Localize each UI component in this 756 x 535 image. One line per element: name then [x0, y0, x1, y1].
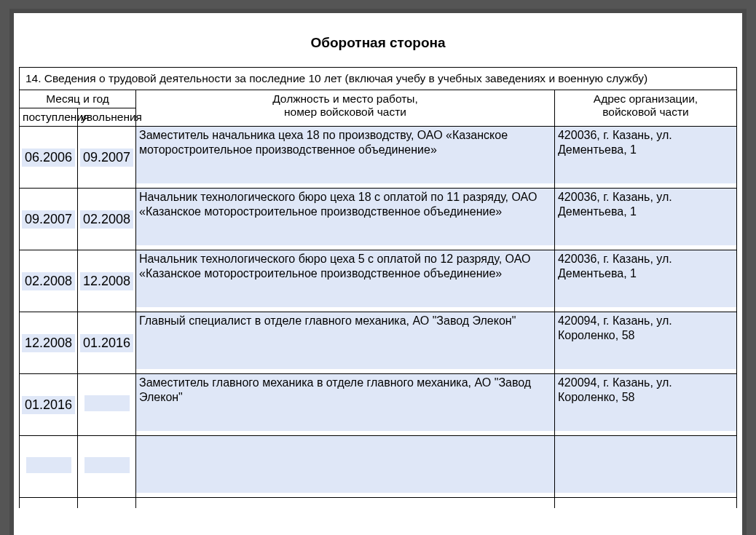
position-input[interactable]: Главный специалист в отделе главного мех… [136, 312, 554, 369]
end-date-cell: 09.2007 [78, 127, 136, 189]
end-date-cell: 12.2008 [78, 250, 136, 312]
end-date-cell [78, 498, 136, 508]
end-date-input[interactable]: 12.2008 [80, 272, 133, 290]
position-input[interactable]: Заместитель начальника цеха 18 по произв… [136, 127, 554, 183]
address-input[interactable]: 420036, г. Казань, ул. Дементьева, 1 [555, 250, 736, 307]
page-title: Оборотная сторона [19, 35, 737, 51]
address-cell [554, 436, 736, 498]
address-input[interactable]: 420094, г. Казань, ул. Короленко, 58 [555, 374, 736, 431]
position-input[interactable]: Заместитель главного механика в отделе г… [136, 374, 554, 431]
end-date-cell: 02.2008 [78, 189, 136, 250]
col-address: Адрес организации, войсковой части [554, 90, 736, 127]
position-cell: Заместитель главного механика в отделе г… [136, 374, 555, 436]
table-row: 06.2006 09.2007 Заместитель начальника ц… [20, 127, 737, 189]
end-date-input[interactable] [84, 395, 130, 411]
start-date-input[interactable]: 12.2008 [22, 334, 75, 352]
address-cell [554, 498, 736, 508]
position-cell: Главный специалист в отделе главного мех… [136, 312, 555, 374]
start-date-cell [20, 498, 78, 508]
start-date-cell: 06.2006 [20, 127, 78, 189]
start-date-cell: 02.2008 [20, 250, 78, 312]
address-cell: 420094, г. Казань, ул. Короленко, 58 [554, 374, 736, 436]
address-input[interactable] [555, 436, 736, 493]
position-input[interactable]: Начальник технологического бюро цеха 18 … [136, 189, 554, 245]
header-row-14: 14. Сведения о трудовой деятельности за … [20, 68, 737, 90]
addr-unit-label: войсковой части [558, 106, 733, 119]
col-position: Должность и место работы, номер войсково… [136, 90, 555, 127]
section-14-header: 14. Сведения о трудовой деятельности за … [20, 68, 737, 90]
start-date-input[interactable]: 09.2007 [22, 210, 75, 229]
start-date-input[interactable]: 01.2016 [22, 396, 75, 414]
position-input[interactable]: Начальник технологического бюро цеха 5 с… [136, 250, 554, 307]
start-date-input[interactable]: 02.2008 [22, 272, 75, 290]
header-row-1: Месяц и год Должность и место работы, но… [20, 90, 737, 108]
start-date-cell: 12.2008 [20, 312, 78, 374]
table-row: 01.2016 Заместитель главного механика в … [20, 374, 737, 436]
position-cell: Заместитель начальника цеха 18 по произв… [136, 127, 555, 189]
table-row: 12.2008 01.2016 Главный специалист в отд… [20, 312, 737, 374]
position-cell: Начальник технологического бюро цеха 18 … [136, 189, 555, 250]
address-label: Адрес организации, [558, 92, 733, 106]
position-cell: Начальник технологического бюро цеха 5 с… [136, 250, 555, 312]
end-date-cell [78, 436, 136, 498]
end-date-input[interactable] [84, 457, 130, 473]
end-date-input[interactable]: 01.2016 [80, 334, 133, 352]
end-date-input[interactable]: 09.2007 [80, 148, 133, 167]
address-cell: 420036, г. Казань, ул. Дементьева, 1 [554, 189, 736, 250]
position-cell [136, 436, 555, 498]
page-wrapper: Оборотная сторона 14. Сведения о трудово… [9, 9, 747, 535]
position-label: Должность и место работы, [139, 92, 551, 106]
address-input[interactable]: 420094, г. Казань, ул. Короленко, 58 [555, 312, 736, 369]
position-input[interactable] [136, 436, 554, 493]
col-month-year: Месяц и год [20, 90, 136, 108]
address-cell: 420036, г. Казань, ул. Дементьева, 1 [554, 250, 736, 312]
table-row: 09.2007 02.2008 Начальник технологическо… [20, 189, 737, 250]
address-cell: 420094, г. Казань, ул. Короленко, 58 [554, 312, 736, 374]
table-row: 02.2008 12.2008 Начальник технологическо… [20, 250, 737, 312]
end-date-cell [78, 374, 136, 436]
end-date-input[interactable]: 02.2008 [80, 210, 133, 229]
address-cell: 420036, г. Казань, ул. Дементьева, 1 [554, 127, 736, 189]
start-date-input[interactable] [26, 457, 71, 473]
col-end: увольнения [78, 108, 136, 127]
address-input[interactable]: 420036, г. Казань, ул. Дементьева, 1 [555, 189, 736, 245]
employment-table: 14. Сведения о трудовой деятельности за … [19, 67, 737, 508]
col-start: поступления [20, 108, 78, 127]
end-date-cell: 01.2016 [78, 312, 136, 374]
document-page: Оборотная сторона 14. Сведения о трудово… [14, 13, 742, 535]
unit-label: номер войсковой части [139, 106, 551, 119]
address-input[interactable]: 420036, г. Казань, ул. Дементьева, 1 [555, 127, 736, 183]
start-date-input[interactable]: 06.2006 [22, 148, 75, 167]
table-row-partial [20, 498, 737, 508]
start-date-cell: 09.2007 [20, 189, 78, 250]
start-date-cell [20, 436, 78, 498]
position-cell [136, 498, 555, 508]
start-date-cell: 01.2016 [20, 374, 78, 436]
table-row [20, 436, 737, 498]
